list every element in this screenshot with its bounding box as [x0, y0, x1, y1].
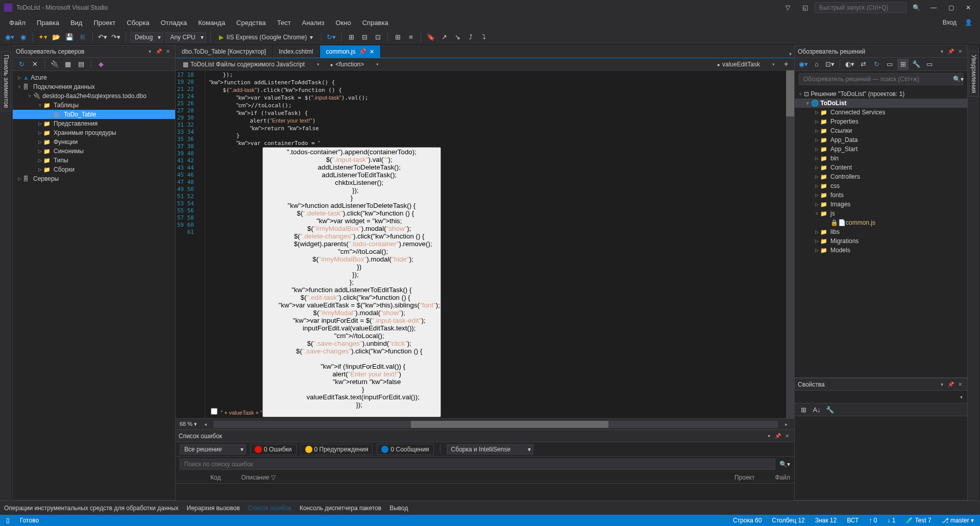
horizontal-scrollbar[interactable]	[213, 421, 778, 428]
vertical-scrollbar[interactable]	[786, 70, 794, 418]
close-icon[interactable]: ✕	[956, 47, 964, 56]
db2-icon[interactable]: ▤	[76, 59, 87, 70]
sol-tool2-icon[interactable]: ◐▾	[844, 59, 855, 70]
menu-Тест[interactable]: Тест	[272, 17, 296, 29]
maximize-button[interactable]: ▢	[943, 3, 959, 13]
close-icon[interactable]: ✕	[956, 380, 964, 389]
tree-data-connections[interactable]: ▿Подключения данных	[13, 82, 175, 91]
zoom-dropdown[interactable]: 68 % ▾	[180, 421, 197, 427]
sol-home-icon[interactable]: ⌂	[811, 59, 822, 70]
user-icon[interactable]: 👤	[961, 17, 976, 28]
search-icon[interactable]: 🔍▾	[779, 461, 790, 468]
minimize-button[interactable]: —	[926, 3, 941, 13]
error-scope-dropdown[interactable]: Все решение	[180, 444, 246, 455]
login-link[interactable]: Вход	[943, 19, 957, 26]
tree-Properties[interactable]: ▷Properties	[795, 117, 967, 126]
close-button[interactable]: ✕	[961, 3, 976, 13]
menu-Файл[interactable]: Файл	[4, 17, 31, 29]
scroll-right-icon[interactable]: ▸	[782, 420, 790, 428]
menu-Команда[interactable]: Команда	[193, 17, 230, 29]
tab-common-js[interactable]: common.js📌✕	[320, 45, 381, 58]
notifications-icon[interactable]: ◱	[797, 3, 813, 13]
stop-icon[interactable]: ✕	[29, 59, 40, 70]
status-branch[interactable]: ⎇ master ▾	[942, 517, 974, 524]
sol-props-icon[interactable]: 🔧	[911, 59, 922, 70]
tree-todo-table[interactable]: ▷ToDo_Table	[13, 110, 175, 119]
tree-Models[interactable]: ▷Models	[795, 246, 967, 255]
tab-dbo-table[interactable]: dbo.ToDo_Table [Конструктор]	[176, 45, 273, 58]
menu-Отладка[interactable]: Отладка	[156, 17, 192, 29]
panel-dropdown-icon[interactable]: ▾	[765, 432, 773, 440]
tree-servers[interactable]: ▷Серверы	[13, 174, 175, 183]
tree-Controllers[interactable]: ▷Controllers	[795, 172, 967, 181]
menu-Проект[interactable]: Проект	[88, 17, 120, 29]
tree-procs[interactable]: ▷Хранимые процедуры	[13, 128, 175, 137]
forward-button[interactable]: ◉	[17, 32, 29, 43]
search-icon[interactable]: 🔍▾	[953, 76, 964, 83]
split-icon[interactable]: ✚	[782, 60, 790, 68]
undo-button[interactable]: ↶▾	[97, 32, 108, 43]
tree-assemblies[interactable]: ▷Сборки	[13, 165, 175, 174]
bottom-tab-0[interactable]: Операции инструментальных средств для об…	[4, 503, 179, 514]
save-button[interactable]: 💾	[64, 32, 75, 43]
pin-icon[interactable]: 📌	[947, 380, 955, 389]
tree-tables[interactable]: ▿Таблицы	[13, 101, 175, 110]
status-down[interactable]: ↓ 1	[887, 517, 895, 524]
tab-close-icon[interactable]: ✕	[370, 49, 374, 55]
tree-Connected Services[interactable]: ▷Connected Services	[795, 108, 967, 117]
tool-btn-1[interactable]: ⊞	[346, 32, 357, 43]
sol-tool3-icon[interactable]: ▭	[884, 59, 895, 70]
bottom-tab-2[interactable]: Список ошибок	[248, 503, 291, 514]
sol-showall-icon[interactable]: ⊞	[897, 59, 909, 70]
tree-Images[interactable]: ▷Images	[795, 200, 967, 209]
tree-common-js[interactable]: 🔒📄 common.js	[795, 218, 967, 227]
bottom-tab-3[interactable]: Консоль диспетчера пакетов	[300, 503, 381, 514]
tool-btn-8[interactable]: ⤴	[465, 32, 476, 43]
error-search-input[interactable]	[180, 459, 775, 470]
tree-azure[interactable]: ▷▲ Azure	[13, 73, 175, 82]
pin-icon[interactable]: 📌	[155, 47, 163, 56]
col-desc[interactable]: Описание ▽	[241, 474, 276, 481]
messages-filter[interactable]: 0 Сообщения	[377, 444, 433, 455]
pin-icon[interactable]: 📌	[359, 48, 366, 55]
tree-App_Data[interactable]: ▷App_Data	[795, 135, 967, 145]
pin-icon[interactable]: 📌	[774, 432, 782, 440]
sol-preview-icon[interactable]: ▭	[924, 59, 935, 70]
alpha-icon[interactable]: A↓	[811, 404, 822, 415]
tree-project[interactable]: ▿🌐 ToDoList	[795, 99, 967, 108]
breadcrumb-member[interactable]: ⬥ valueEditTask	[714, 60, 778, 69]
status-up[interactable]: ↑ 0	[869, 517, 877, 524]
quick-launch-input[interactable]	[815, 2, 906, 13]
tree-synonyms[interactable]: ▷Синонимы	[13, 147, 175, 156]
bookmark-button[interactable]: 🔖	[425, 32, 436, 43]
pin-icon[interactable]: 📌	[947, 47, 955, 56]
dropdown-icon[interactable]: ▾	[957, 393, 965, 401]
tree-App_Start[interactable]: ▷App_Start	[795, 145, 967, 154]
redo-button[interactable]: ↷▾	[110, 32, 121, 43]
toolbox-tab[interactable]: Панель элементов	[1, 51, 11, 111]
tree-libs[interactable]: ▷libs	[795, 227, 967, 236]
menu-Справка[interactable]: Справка	[357, 17, 394, 29]
tree-solution[interactable]: ▿⊡ Решение "ToDoList" (проектов: 1)	[795, 89, 967, 99]
azure-icon[interactable]: ◆	[95, 59, 107, 70]
tree-fonts[interactable]: ▷fonts	[795, 190, 967, 200]
menu-Правка[interactable]: Правка	[32, 17, 64, 29]
notifications-tab[interactable]: Уведомления	[969, 51, 979, 97]
menu-Средства[interactable]: Средства	[231, 17, 271, 29]
tool-btn-7[interactable]: ↘	[452, 32, 463, 43]
close-icon[interactable]: ✕	[164, 47, 172, 56]
open-button[interactable]: 📂	[51, 32, 62, 43]
panel-dropdown-icon[interactable]: ▾	[938, 380, 946, 389]
refresh-button[interactable]: ↻▾	[326, 32, 337, 43]
config-dropdown[interactable]: Debug	[130, 32, 163, 42]
sol-refresh-icon[interactable]: ↻	[871, 59, 882, 70]
tool-btn-3[interactable]: ⊡	[372, 32, 383, 43]
build-intellisense-dropdown[interactable]: Сборка и IntelliSense	[447, 444, 533, 455]
menu-Сборка[interactable]: Сборка	[121, 17, 155, 29]
sol-tool1-icon[interactable]: ⊡▾	[824, 59, 836, 70]
tree-Migrations[interactable]: ▷Migrations	[795, 236, 967, 246]
run-button[interactable]: IIS Express (Google Chrome) ▾	[215, 33, 317, 42]
wrench-icon[interactable]: 🔧	[824, 404, 836, 415]
col-file[interactable]: Файл	[775, 474, 790, 481]
tree-types[interactable]: ▷Типы	[13, 156, 175, 165]
